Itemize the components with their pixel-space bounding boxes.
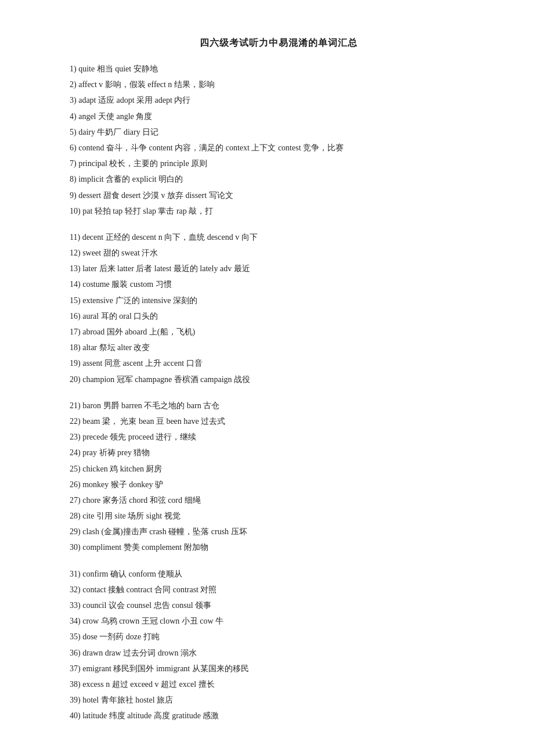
list-item: 14) costume 服装 custom 习惯 [70,277,488,291]
list-item: 16) aural 耳的 oral 口头的 [70,309,488,323]
list-item: 35) dose 一剂药 doze 打盹 [70,629,488,644]
list-item: 6) contend 奋斗，斗争 content 内容，满足的 context … [70,141,488,155]
list-item: 12) sweet 甜的 sweat 汗水 [70,246,488,260]
list-item: 34) crow 乌鸦 crown 王冠 clown 小丑 cow 牛 [70,614,488,628]
list-item: 3) adapt 适应 adopt 采用 adept 内行 [70,93,488,107]
list-item: 21) baron 男爵 barren 不毛之地的 barn 古仓 [70,398,488,413]
list-item: 27) chore 家务活 chord 和弦 cord 细绳 [70,493,488,507]
list-item: 33) council 议会 counsel 忠告 consul 领事 [70,598,488,613]
list-item: 15) extensive 广泛的 intensive 深刻的 [70,293,488,308]
list-item: 13) later 后来 latter 后者 latest 最近的 lately… [70,261,488,276]
list-item: 4) angel 天使 angle 角度 [70,109,488,124]
list-item: 9) dessert 甜食 desert 沙漠 v 放弃 dissert 写论文 [70,188,488,203]
list-item: 30) compliment 赞美 complement 附加物 [70,540,488,555]
list-item: 39) hotel 青年旅社 hostel 旅店 [70,693,488,707]
list-item: 24) pray 祈祷 prey 猎物 [70,445,488,460]
list-item: 19) assent 同意 ascent 上升 accent 口音 [70,356,488,370]
list-spacer [70,556,488,566]
list-item: 1) quite 相当 quiet 安静地 [70,62,488,76]
list-item: 31) confirm 确认 conform 使顺从 [70,567,488,581]
list-item: 40) latitude 纬度 altitude 高度 gratitude 感激 [70,708,488,723]
list-item: 29) clash (金属)撞击声 crash 碰幢，坠落 crush 压坏 [70,524,488,539]
list-spacer [70,388,488,397]
list-item: 36) drawn draw 过去分词 drown 溺水 [70,646,488,660]
list-item: 38) excess n 超过 exceed v 超过 excel 擅长 [70,677,488,692]
list-item: 10) pat 轻拍 tap 轻打 slap 掌击 rap 敲，打 [70,204,488,218]
list-item: 7) principal 校长，主要的 principle 原则 [70,156,488,171]
list-item: 22) beam 梁， 光束 bean 豆 been have 过去式 [70,414,488,429]
list-spacer [70,219,488,229]
list-item: 25) chicken 鸡 kitchen 厨房 [70,462,488,476]
list-item: 28) cite 引用 site 场所 sight 视觉 [70,509,488,523]
list-item: 5) dairy 牛奶厂 diary 日记 [70,125,488,139]
list-item: 32) contact 接触 contract 合同 contrast 对照 [70,582,488,597]
list-item: 2) affect v 影响，假装 effect n 结果，影响 [70,77,488,92]
list-item: 37) emigrant 移民到国外 immigrant 从某国来的移民 [70,661,488,676]
list-item: 18) altar 祭坛 alter 改变 [70,340,488,355]
list-item: 26) monkey 猴子 donkey 驴 [70,477,488,492]
list-item: 23) precede 领先 proceed 进行，继续 [70,430,488,444]
list-item: 17) abroad 国外 aboard 上(船，飞机) [70,325,488,339]
word-list: 1) quite 相当 quiet 安静地2) affect v 影响，假装 e… [70,62,488,723]
list-item: 20) champion 冠军 champagne 香槟酒 campaign 战… [70,372,488,387]
list-item: 11) decent 正经的 descent n 向下，血统 descend v… [70,230,488,244]
list-item: 8) implicit 含蓄的 explicit 明白的 [70,172,488,186]
page-title: 四六级考试听力中易混淆的单词汇总 [70,35,488,51]
